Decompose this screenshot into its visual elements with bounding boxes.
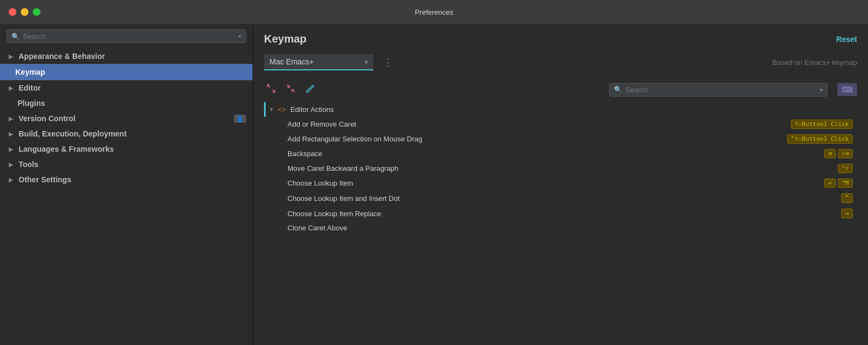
sidebar-item-label: Version Control bbox=[19, 114, 75, 123]
shortcuts-container: ⌫ ⇧⌫ bbox=[824, 149, 853, 158]
action-name: Choose Lookup Item bbox=[288, 179, 824, 187]
content-panel: Keymap Reset Mac Emacs+ ▾ ⋮ Based on Ema… bbox=[253, 24, 868, 345]
shortcuts-container: ^⌥⇧Button1 Click bbox=[787, 134, 853, 144]
action-name: Add or Remove Caret bbox=[288, 120, 791, 128]
titlebar: Preferences bbox=[0, 0, 868, 24]
shortcuts-container: ^↑ bbox=[838, 164, 853, 173]
shortcut-badge: ⌫ bbox=[824, 149, 836, 158]
sidebar-item-keymap-label: Keymap bbox=[15, 68, 45, 76]
shortcut-badge: ^↑ bbox=[838, 164, 853, 173]
maximize-button[interactable] bbox=[33, 8, 40, 16]
action-name: Choose Lookup Item and Insert Dot bbox=[288, 194, 841, 203]
tree-section-editor-actions[interactable]: ▾ <> Editor Actions bbox=[264, 102, 857, 117]
collapse-all-button[interactable] bbox=[284, 81, 298, 98]
sidebar-item-appearance-behavior[interactable]: ▶ Appearance & Behavior bbox=[0, 49, 253, 64]
shortcuts-container: ⌥⇧Button1 Click bbox=[791, 120, 853, 129]
sidebar-item-label: Tools bbox=[19, 160, 38, 169]
table-row[interactable]: Add Rectangular Selection on Mouse Drag … bbox=[264, 132, 857, 146]
keymap-select-wrapper: Mac Emacs+ ▾ bbox=[264, 54, 373, 70]
table-row[interactable]: Add or Remove Caret ⌥⇧Button1 Click bbox=[264, 117, 857, 132]
minimize-button[interactable] bbox=[21, 8, 28, 16]
sidebar-item-build[interactable]: ▶ Build, Execution, Deployment bbox=[0, 126, 253, 141]
tree-chevron-icon: ▾ bbox=[270, 106, 273, 113]
sidebar-item-label: Build, Execution, Deployment bbox=[19, 129, 127, 138]
edit-button[interactable] bbox=[303, 81, 318, 98]
table-row[interactable]: Choose Lookup Item and Insert Dot ^ bbox=[264, 191, 857, 206]
window-title: Preferences bbox=[415, 8, 453, 16]
sidebar-item-label: Editor bbox=[19, 84, 40, 92]
search-dropdown-arrow[interactable]: ▾ bbox=[238, 33, 241, 39]
search-icon: 🔍 bbox=[614, 86, 622, 93]
sidebar-item-other-settings[interactable]: ▶ Other Settings bbox=[0, 172, 253, 187]
table-row[interactable]: Choose Lookup Item ↩ ^M bbox=[264, 176, 857, 191]
chevron-right-icon: ▶ bbox=[9, 116, 13, 122]
shortcut-badge-2: ⇧⌫ bbox=[838, 149, 853, 158]
chevron-right-icon: ▶ bbox=[9, 177, 13, 183]
shortcuts-container: → bbox=[841, 209, 853, 218]
shortcut-badge: → bbox=[841, 209, 853, 218]
sidebar-item-label: Appearance & Behavior bbox=[19, 52, 105, 61]
action-name: Choose Lookup Item Replace bbox=[288, 210, 841, 218]
chevron-right-icon: ▶ bbox=[9, 53, 13, 60]
keymap-more-button[interactable]: ⋮ bbox=[380, 54, 397, 70]
sidebar-item-plugins[interactable]: Plugins bbox=[0, 96, 253, 111]
keymap-search-box[interactable]: 🔍 ▾ bbox=[609, 83, 828, 97]
shortcuts-container: ^ bbox=[841, 193, 853, 203]
table-row[interactable]: Backspace ⌫ ⇧⌫ bbox=[264, 146, 857, 161]
shortcut-badge: ⌥⇧Button1 Click bbox=[791, 120, 853, 129]
chevron-right-icon: ▶ bbox=[9, 146, 13, 152]
chevron-right-icon: ▶ bbox=[9, 85, 13, 91]
keymap-table: ▾ <> Editor Actions Add or Remove Caret … bbox=[264, 102, 857, 336]
reset-button[interactable]: Reset bbox=[836, 35, 857, 44]
sidebar: 🔍 ▾ ▶ Appearance & Behavior Keymap ▶ Edi… bbox=[0, 24, 253, 345]
sidebar-item-label: Plugins bbox=[9, 99, 45, 108]
search-dropdown-arrow-icon[interactable]: ▾ bbox=[820, 87, 823, 93]
sidebar-item-label: Languages & Frameworks bbox=[19, 145, 114, 153]
keymap-select[interactable]: Mac Emacs+ bbox=[264, 54, 373, 70]
sidebar-item-label: Other Settings bbox=[19, 175, 71, 184]
keymap-search-input[interactable] bbox=[625, 86, 817, 94]
close-button[interactable] bbox=[9, 8, 16, 16]
sidebar-item-editor[interactable]: ▶ Editor bbox=[0, 80, 253, 96]
sidebar-item-version-control[interactable]: ▶ Version Control 👤 bbox=[0, 111, 253, 126]
sidebar-item-tools[interactable]: ▶ Tools bbox=[0, 157, 253, 172]
shortcut-badge: ↩ bbox=[824, 179, 836, 188]
shortcuts-container: ↩ ^M bbox=[824, 179, 853, 188]
shortcut-badge: ^ bbox=[841, 193, 853, 203]
sidebar-item-languages[interactable]: ▶ Languages & Frameworks bbox=[0, 141, 253, 157]
table-row[interactable]: Move Caret Backward a Paragraph ^↑ bbox=[264, 161, 857, 176]
version-control-badge: 👤 bbox=[234, 115, 246, 123]
sidebar-search-box[interactable]: 🔍 ▾ bbox=[7, 29, 246, 43]
tree-section-label: Editor Actions bbox=[290, 105, 334, 114]
window-controls bbox=[9, 8, 40, 16]
keymap-selector-row: Mac Emacs+ ▾ ⋮ Based on Emacs+ keymap bbox=[264, 54, 857, 70]
table-row[interactable]: Clone Caret Above bbox=[264, 221, 857, 235]
keyboard-layout-button[interactable]: ⌨ bbox=[837, 83, 857, 96]
action-name: Add Rectangular Selection on Mouse Drag bbox=[288, 135, 787, 143]
action-name: Move Caret Backward a Paragraph bbox=[288, 164, 838, 172]
shortcut-badge: ^⌥⇧Button1 Click bbox=[787, 134, 853, 144]
action-name: Clone Caret Above bbox=[288, 224, 853, 232]
sidebar-item-keymap[interactable]: Keymap bbox=[0, 64, 253, 80]
shortcut-badge-2: ^M bbox=[838, 179, 853, 188]
code-brackets-icon: <> bbox=[278, 105, 286, 114]
page-title: Keymap bbox=[264, 33, 307, 45]
table-row[interactable]: Choose Lookup Item Replace → bbox=[264, 206, 857, 221]
main-container: 🔍 ▾ ▶ Appearance & Behavior Keymap ▶ Edi… bbox=[0, 24, 868, 345]
chevron-right-icon: ▶ bbox=[9, 131, 13, 137]
actions-toolbar: 🔍 ▾ ⌨ bbox=[264, 81, 857, 98]
sidebar-search-input[interactable] bbox=[23, 32, 235, 40]
content-header: Keymap Reset bbox=[264, 33, 857, 45]
keymap-based-on-label: Based on Emacs+ keymap bbox=[772, 58, 857, 67]
chevron-right-icon: ▶ bbox=[9, 162, 13, 168]
search-icon: 🔍 bbox=[11, 33, 20, 40]
action-name: Backspace bbox=[288, 150, 824, 158]
expand-all-button[interactable] bbox=[264, 81, 278, 98]
